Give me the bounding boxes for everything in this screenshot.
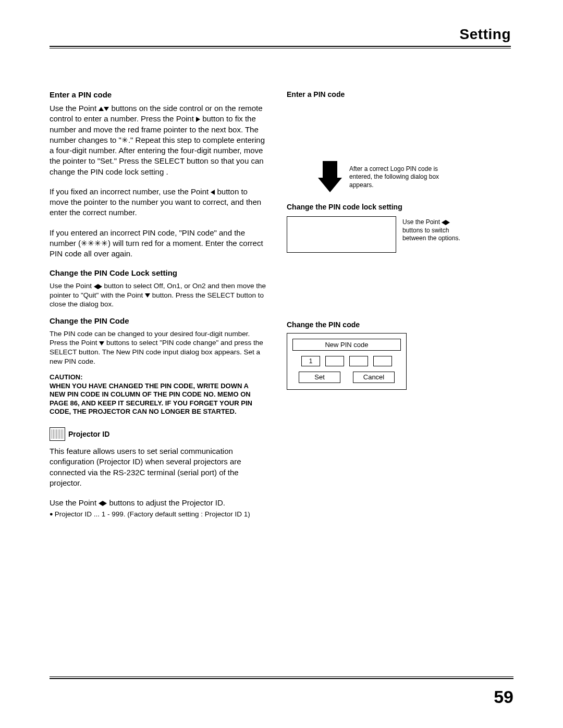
triangle-down-icon	[104, 107, 109, 111]
triangle-left-icon	[211, 190, 215, 195]
change-lock-heading: Change the PIN Code Lock setting	[50, 268, 266, 277]
left-column: Enter a PIN code Use the Point buttons o…	[50, 90, 266, 518]
projector-id-bullet: Projector ID ... 1 - 999. (Factory defau…	[50, 510, 266, 518]
projector-id-row: Projector ID	[50, 427, 266, 441]
page-header-title: Setting	[50, 26, 511, 43]
triangle-down-icon	[145, 293, 150, 298]
caution-label: CAUTION:	[50, 373, 266, 381]
right-lock-heading: Change the PIN code lock setting	[287, 203, 511, 211]
text: Use the Point	[50, 498, 99, 507]
footer-rule-thick	[50, 678, 513, 679]
triangle-left-icon	[99, 501, 103, 506]
arrow-row: After a correct Logo PIN code is entered…	[318, 161, 511, 193]
enter-pin-paragraph-3: If you entered an incorrect PIN code, "P…	[50, 228, 266, 260]
text: buttons to switch between the options.	[402, 227, 460, 242]
lock-row: Use the Point buttons to switch between …	[287, 216, 511, 253]
pin-buttons: Set Cancel	[292, 372, 401, 383]
right-column: Enter a PIN code After a correct Logo PI…	[287, 90, 511, 518]
footer-rule-thin	[50, 676, 513, 677]
text: Use the Point	[402, 218, 442, 226]
page-number: 59	[494, 687, 513, 707]
pin-field-4[interactable]	[373, 356, 392, 366]
header-rule-thin	[50, 48, 511, 48]
right-change-pin-heading: Change the PIN code	[287, 320, 511, 329]
caution-text: WHEN YOU HAVE CHANGED THE PIN CODE, WRIT…	[50, 382, 266, 416]
enter-pin-heading: Enter a PIN code	[50, 90, 266, 99]
triangle-down-icon	[99, 341, 104, 346]
projector-id-icon	[50, 427, 65, 441]
projector-id-paragraph-2: Use the Point buttons to adjust the Proj…	[50, 498, 266, 508]
projector-id-paragraph-1: This feature allows users to set serial …	[50, 446, 266, 488]
pin-field-3[interactable]	[349, 356, 368, 366]
triangle-right-icon	[446, 220, 450, 225]
triangle-right-icon	[98, 284, 102, 289]
enter-pin-paragraph-2: If you fixed an incorrect number, use th…	[50, 187, 266, 218]
new-pin-dialog: New PIN code 1 Set Cancel	[287, 333, 407, 390]
right-enter-pin-heading: Enter a PIN code	[287, 90, 511, 98]
pin-field-2[interactable]	[325, 356, 344, 366]
down-arrow-icon	[318, 161, 342, 193]
triangle-up-icon	[99, 107, 104, 111]
lock-caption: Use the Point buttons to switch between …	[402, 218, 465, 243]
new-pin-title: New PIN code	[292, 339, 401, 351]
triangle-right-icon	[103, 501, 107, 506]
text: Use the Point	[50, 282, 94, 290]
change-pin-paragraph: The PIN code can be changed to your desi…	[50, 329, 266, 366]
arrow-caption: After a correct Logo PIN code is entered…	[349, 165, 454, 190]
triangle-right-icon	[196, 117, 200, 122]
text: button to fix the number and move the re…	[50, 114, 265, 176]
lock-setting-dialog-placeholder	[287, 216, 396, 253]
change-pin-heading: Change the PIN Code	[50, 316, 266, 325]
text: buttons to adjust the Projector ID.	[109, 498, 225, 507]
pin-field-1[interactable]: 1	[301, 356, 320, 366]
header-rule-thick	[50, 46, 511, 47]
triangle-left-icon	[442, 220, 446, 225]
text: If you fixed an incorrect number, use th…	[50, 187, 211, 196]
triangle-left-icon	[94, 284, 98, 289]
text: Use the Point	[50, 104, 99, 113]
change-lock-paragraph: Use the Point button to select Off, On1,…	[50, 281, 266, 309]
projector-id-label: Projector ID	[68, 430, 109, 438]
pin-fields: 1	[292, 356, 401, 366]
cancel-button[interactable]: Cancel	[353, 372, 395, 383]
enter-pin-paragraph-1: Use the Point buttons on the side contro…	[50, 103, 266, 177]
set-button[interactable]: Set	[299, 372, 340, 383]
